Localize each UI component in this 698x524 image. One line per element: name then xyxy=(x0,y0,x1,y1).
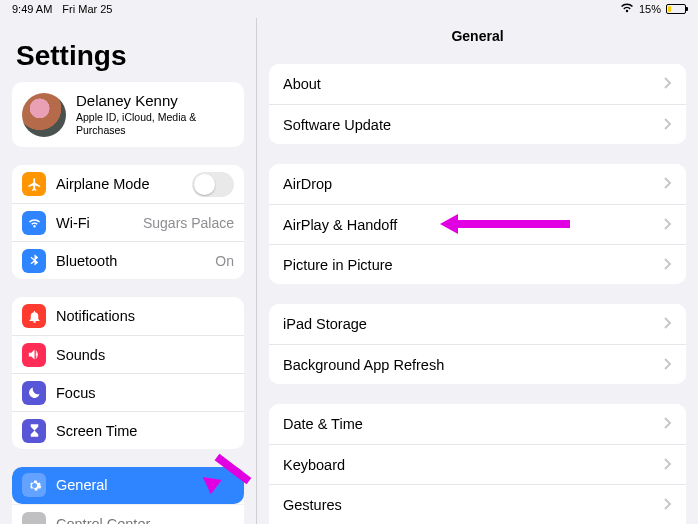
sidebar-item-notifications[interactable]: Notifications xyxy=(12,297,244,335)
row-about[interactable]: About xyxy=(269,64,686,104)
wifi-settings-icon xyxy=(22,211,46,235)
row-keyboard[interactable]: Keyboard xyxy=(269,444,686,484)
content: General About Software Update AirDrop Ai… xyxy=(257,18,698,524)
sidebar-item-bluetooth[interactable]: Bluetooth On xyxy=(12,241,244,279)
annotation-arrow-airplay xyxy=(440,216,570,232)
airplane-icon xyxy=(22,172,46,196)
row-airdrop[interactable]: AirDrop xyxy=(269,164,686,204)
row-label: AirDrop xyxy=(283,176,664,192)
battery-icon xyxy=(666,4,686,14)
sidebar-item-airplane[interactable]: Airplane Mode xyxy=(12,165,244,203)
row-label: About xyxy=(283,76,664,92)
account-row[interactable]: Delaney Kenny Apple ID, iCloud, Media & … xyxy=(12,82,244,147)
row-label: Airplane Mode xyxy=(56,176,182,192)
row-label: Control Center xyxy=(56,516,234,524)
sidebar-item-sounds[interactable]: Sounds xyxy=(12,335,244,373)
moon-icon xyxy=(22,381,46,405)
chevron-right-icon xyxy=(664,457,672,473)
bell-icon xyxy=(22,304,46,328)
row-label: Date & Time xyxy=(283,416,664,432)
chevron-right-icon xyxy=(664,76,672,92)
avatar xyxy=(22,93,66,137)
page-title: General xyxy=(269,28,686,44)
row-label: Gestures xyxy=(283,497,664,513)
row-label: Background App Refresh xyxy=(283,357,664,373)
sliders-icon xyxy=(22,512,46,524)
chevron-right-icon xyxy=(664,357,672,373)
row-pip[interactable]: Picture in Picture xyxy=(269,244,686,284)
battery-percent: 15% xyxy=(639,3,661,15)
chevron-right-icon xyxy=(664,117,672,133)
sidebar-item-wifi[interactable]: Wi-Fi Sugars Palace xyxy=(12,203,244,241)
hourglass-icon xyxy=(22,419,46,443)
row-label: Wi-Fi xyxy=(56,215,133,231)
row-ipad-storage[interactable]: iPad Storage xyxy=(269,304,686,344)
status-date: Fri Mar 25 xyxy=(62,3,112,15)
bluetooth-value: On xyxy=(215,253,234,269)
bluetooth-icon xyxy=(22,249,46,273)
chevron-right-icon xyxy=(664,497,672,513)
wifi-icon xyxy=(620,3,634,15)
status-time: 9:49 AM xyxy=(12,3,52,15)
wifi-value: Sugars Palace xyxy=(143,215,234,231)
row-label: Sounds xyxy=(56,347,234,363)
row-label: Bluetooth xyxy=(56,253,205,269)
annotation-arrow-general xyxy=(195,447,255,507)
status-bar: 9:49 AM Fri Mar 25 15% xyxy=(0,0,698,18)
row-label: Screen Time xyxy=(56,423,234,439)
chevron-right-icon xyxy=(664,217,672,233)
chevron-right-icon xyxy=(664,257,672,273)
airplane-toggle[interactable] xyxy=(192,172,234,197)
account-sub: Apple ID, iCloud, Media & Purchases xyxy=(76,111,226,137)
row-gestures[interactable]: Gestures xyxy=(269,484,686,524)
chevron-right-icon xyxy=(664,416,672,432)
row-software-update[interactable]: Software Update xyxy=(269,104,686,144)
row-bg-refresh[interactable]: Background App Refresh xyxy=(269,344,686,384)
sidebar-item-focus[interactable]: Focus xyxy=(12,373,244,411)
row-label: Notifications xyxy=(56,308,234,324)
row-label: Software Update xyxy=(283,117,664,133)
row-label: iPad Storage xyxy=(283,316,664,332)
row-date-time[interactable]: Date & Time xyxy=(269,404,686,444)
speaker-icon xyxy=(22,343,46,367)
row-label: Keyboard xyxy=(283,457,664,473)
row-label: Focus xyxy=(56,385,234,401)
account-name: Delaney Kenny xyxy=(76,92,226,109)
gear-icon xyxy=(22,473,46,497)
chevron-right-icon xyxy=(664,316,672,332)
chevron-right-icon xyxy=(664,176,672,192)
settings-title: Settings xyxy=(16,40,244,72)
row-label: Picture in Picture xyxy=(283,257,664,273)
sidebar-item-screentime[interactable]: Screen Time xyxy=(12,411,244,449)
sidebar-item-controlcenter[interactable]: Control Center xyxy=(12,504,244,524)
